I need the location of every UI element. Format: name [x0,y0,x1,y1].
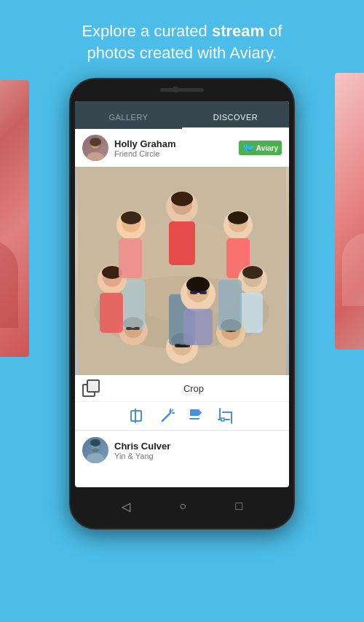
phone-bottom-nav: ◁ ○ □ [75,492,289,521]
svg-point-68 [87,453,104,463]
post-card-1: Holly Graham Friend Circle 🐦 Aviary [75,129,289,431]
svg-marker-60 [199,409,202,416]
user-name-holly: Holly Graham [114,138,176,149]
back-button[interactable]: ◁ [122,500,130,513]
hero-text: Explore a curated stream of photos creat… [52,0,311,78]
svg-rect-34 [126,327,132,330]
svg-rect-40 [100,293,123,333]
svg-rect-66 [221,418,224,421]
svg-point-70 [90,439,100,446]
svg-rect-48 [183,309,213,345]
avatar-chris [82,437,108,463]
svg-point-47 [186,277,210,293]
side-photo-left [0,80,29,357]
nav-tabs: GALLERY DISCOVER [75,101,289,129]
user-sub-chris: Yin & Yang [114,452,170,460]
svg-point-17 [242,266,263,279]
aviary-badge: 🐦 Aviary [239,141,282,155]
svg-rect-49 [190,291,197,294]
phone-outer: GALLERY DISCOVER [69,78,295,530]
svg-rect-50 [199,291,207,294]
svg-rect-44 [119,238,142,278]
user-sub-holly: Friend Circle [114,149,176,158]
edit-tools [75,402,289,430]
post-header-left-1: Holly Graham Friend Circle [82,135,176,161]
tab-discover[interactable]: DISCOVER [182,113,289,129]
enhance-tool[interactable] [159,408,175,424]
tab-gallery[interactable]: GALLERY [75,113,182,129]
svg-rect-35 [134,327,140,330]
copy-tool[interactable] [82,379,100,397]
svg-point-13 [228,211,248,224]
svg-point-1 [87,152,104,161]
post-header-2: Chris Culver Yin & Yang [75,431,289,469]
svg-rect-33 [122,280,145,329]
phone-speaker [160,88,204,92]
svg-point-43 [121,211,141,224]
svg-rect-27 [175,344,181,347]
svg-point-9 [171,192,193,206]
post-header-1: Holly Graham Friend Circle 🐦 Aviary [75,129,289,167]
crop-label: Crop [106,383,282,394]
post-toolbar: Crop [75,375,289,402]
phone-screen: GALLERY DISCOVER [75,101,289,487]
ratio-tool[interactable] [130,408,146,424]
sticker-tool[interactable] [189,408,205,424]
crop-tool[interactable] [218,408,234,424]
svg-rect-59 [190,409,199,416]
svg-line-54 [162,413,170,421]
home-button[interactable]: ○ [179,500,186,513]
aviary-badge-label: Aviary [256,144,278,152]
svg-rect-22 [218,280,242,331]
post-user-info-1: Holly Graham Friend Circle [114,138,176,158]
phone-wrapper: GALLERY DISCOVER [69,78,295,622]
recent-button[interactable]: □ [236,500,243,513]
svg-line-57 [172,410,173,412]
svg-point-3 [90,138,101,146]
post-user-info-2: Chris Culver Yin & Yang [114,441,170,460]
post-photo-1[interactable] [75,167,289,375]
svg-rect-10 [169,221,195,265]
post-card-2: Chris Culver Yin & Yang [75,431,289,469]
aviary-bird-icon: 🐦 [242,142,255,154]
user-name-chris: Chris Culver [114,441,170,452]
post-header-left-2: Chris Culver Yin & Yang [82,437,170,463]
side-photo-right [335,73,364,350]
avatar-holly [82,135,108,161]
svg-point-71 [92,448,99,452]
